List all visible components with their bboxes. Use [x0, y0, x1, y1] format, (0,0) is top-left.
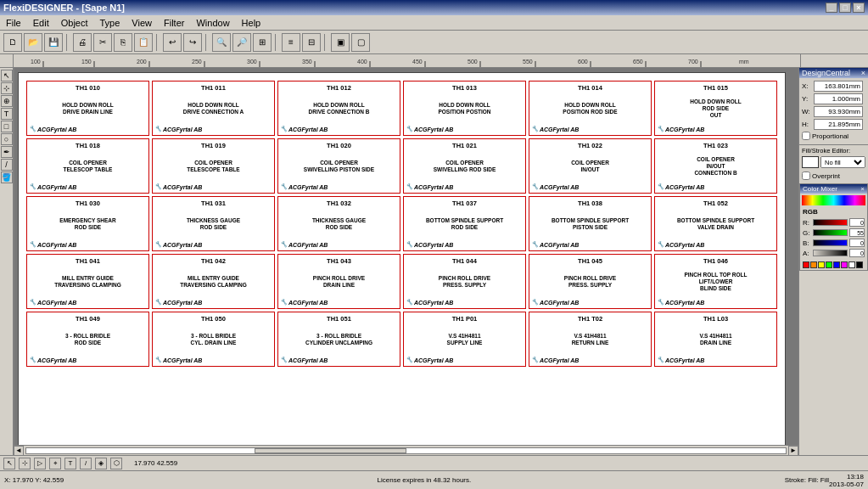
g-slider-bar[interactable] [813, 229, 848, 236]
zoom-in-btn[interactable]: 🔍 [212, 33, 231, 52]
x-input[interactable] [814, 81, 863, 92]
label-card-3: TH1 013HOLD DOWN ROLL POSITION POSTION🔧A… [403, 81, 526, 136]
a-label: A: [803, 250, 811, 257]
card-logo-5: 🔧ACGFyrtal AB [657, 126, 775, 132]
bottom-tool-6[interactable]: / [80, 458, 92, 469]
palette-black[interactable] [856, 261, 863, 268]
palette-blue[interactable] [833, 261, 840, 268]
bottom-tool-1[interactable]: ↖ [3, 458, 15, 469]
y-input[interactable] [814, 93, 863, 104]
card-desc-8: COIL OPENER SWIVELLING PISTON SIDE [280, 149, 398, 183]
overprint-checkbox[interactable] [802, 171, 810, 180]
card-title-4: TH1 014 [531, 84, 649, 92]
b-value[interactable] [849, 239, 865, 247]
menu-help[interactable]: Help [239, 17, 264, 29]
bottom-tool-7[interactable]: ◈ [95, 458, 107, 469]
palette-magenta[interactable] [841, 261, 848, 268]
redo-btn[interactable]: ↪ [183, 33, 202, 52]
label-card-18: TH1 041MILL ENTRY GUIDE TRAVERSING CLAMP… [26, 254, 149, 309]
svg-text:400: 400 [357, 59, 367, 65]
menu-type[interactable]: Type [98, 17, 123, 29]
r-slider-bar[interactable] [813, 219, 848, 226]
bottom-tool-4[interactable]: ⌖ [49, 458, 61, 469]
color-model-row: RGB [800, 207, 867, 216]
line-tool[interactable]: / [1, 159, 13, 171]
label-card-4: TH1 014HOLD DOWN ROLL POSITION ROD SIDE🔧… [529, 81, 652, 136]
proportional-checkbox[interactable] [802, 132, 810, 140]
scroll-left-btn[interactable]: ◄ [14, 446, 24, 456]
scroll-track-h[interactable] [25, 447, 787, 454]
copy-btn[interactable]: ⎘ [114, 33, 132, 52]
bottom-tool-2[interactable]: ⊹ [19, 458, 31, 469]
bottom-tool-8[interactable]: ⬡ [110, 458, 122, 469]
label-card-1: TH1 011HOLD DOWN ROLL DRIVE CONNECTION A… [152, 81, 275, 136]
maximize-button[interactable]: □ [839, 3, 851, 13]
h-input[interactable] [814, 119, 863, 130]
undo-btn[interactable]: ↩ [163, 33, 182, 52]
color-mixer-label: Color Mixer [803, 185, 837, 193]
paste-btn[interactable]: 📋 [134, 33, 153, 52]
ellipse-tool[interactable]: ○ [1, 133, 13, 145]
palette-yellow[interactable] [818, 261, 825, 268]
panel-close-icon[interactable]: × [861, 69, 865, 77]
left-toolbar: ↖ ⊹ ⊕ T □ ○ ✒ / 🪣 [0, 68, 14, 455]
menu-view[interactable]: View [129, 17, 154, 29]
w-input[interactable] [814, 106, 863, 117]
card-logo-26: 🔧ACGFyrtal AB [280, 357, 398, 363]
zoom-out-btn[interactable]: 🔎 [232, 33, 251, 52]
zoom-fit-btn[interactable]: ⊞ [253, 33, 272, 52]
menu-object[interactable]: Object [59, 17, 91, 29]
distribute-btn[interactable]: ⊟ [302, 33, 321, 52]
card-logo-11: 🔧ACGFyrtal AB [657, 183, 775, 190]
palette-orange[interactable] [810, 261, 817, 268]
bottom-tool-5[interactable]: T [64, 458, 76, 469]
card-title-13: TH1 031 [154, 200, 272, 207]
a-value[interactable] [849, 249, 865, 257]
b-slider-bar[interactable] [813, 239, 848, 246]
open-btn[interactable]: 📂 [24, 33, 42, 52]
card-logo-21: 🔧ACGFyrtal AB [406, 299, 524, 306]
cut-btn[interactable]: ✂ [93, 33, 112, 52]
text-tool[interactable]: T [1, 108, 13, 120]
color-mixer-close[interactable]: × [860, 185, 865, 193]
save-btn[interactable]: 💾 [44, 33, 63, 52]
canvas-area[interactable]: TH1 010HOLD DOWN ROLL DRIVE DRAIN LINE🔧A… [14, 68, 798, 455]
print-btn[interactable]: 🖨 [73, 33, 92, 52]
minimize-button[interactable]: _ [826, 3, 837, 13]
fill-type-select[interactable]: No fill [820, 156, 865, 168]
svg-text:650: 650 [633, 59, 643, 65]
r-value[interactable] [849, 218, 865, 227]
align-btn[interactable]: ≡ [282, 33, 300, 52]
fill-tool[interactable]: 🪣 [1, 171, 13, 183]
close-button[interactable]: × [853, 3, 865, 13]
bottom-tool-3[interactable]: ▷ [34, 458, 46, 469]
menu-edit[interactable]: Edit [31, 17, 52, 29]
palette-green[interactable] [826, 261, 832, 268]
separator2 [156, 34, 160, 51]
node-tool[interactable]: ⊹ [1, 82, 13, 94]
menu-file[interactable]: File [3, 17, 24, 29]
new-btn[interactable]: 🗋 [3, 33, 22, 52]
select-tool[interactable]: ↖ [1, 70, 13, 82]
card-logo-20: 🔧ACGFyrtal AB [280, 299, 398, 306]
group-btn[interactable]: ▣ [331, 33, 350, 52]
menu-filter[interactable]: Filter [161, 17, 187, 29]
color-spectrum-bar[interactable] [802, 195, 865, 205]
ungroup-btn[interactable]: ▢ [351, 33, 370, 52]
zoom-tool[interactable]: ⊕ [1, 95, 13, 107]
menu-window[interactable]: Window [193, 17, 232, 29]
pen-tool[interactable]: ✒ [1, 146, 13, 158]
card-desc-19: MILL ENTRY GUIDE TRAVERSING CLAMPING [154, 265, 272, 299]
card-desc-15: BOTTOM SPINDLE SUPPORT ROD SIDE [406, 207, 524, 241]
palette-red[interactable] [803, 261, 809, 268]
scroll-right-btn[interactable]: ► [788, 446, 798, 456]
h-scrollbar[interactable]: ◄ ► [14, 445, 798, 455]
card-logo-13: 🔧ACGFyrtal AB [154, 241, 272, 248]
card-logo-1: 🔧ACGFyrtal AB [154, 126, 272, 132]
scroll-thumb-h[interactable] [255, 448, 406, 453]
rect-tool[interactable]: □ [1, 121, 13, 132]
a-slider-bar[interactable] [813, 250, 848, 256]
g-value[interactable] [849, 228, 865, 237]
card-logo-4: 🔧ACGFyrtal AB [531, 126, 649, 132]
palette-white[interactable] [848, 261, 855, 268]
